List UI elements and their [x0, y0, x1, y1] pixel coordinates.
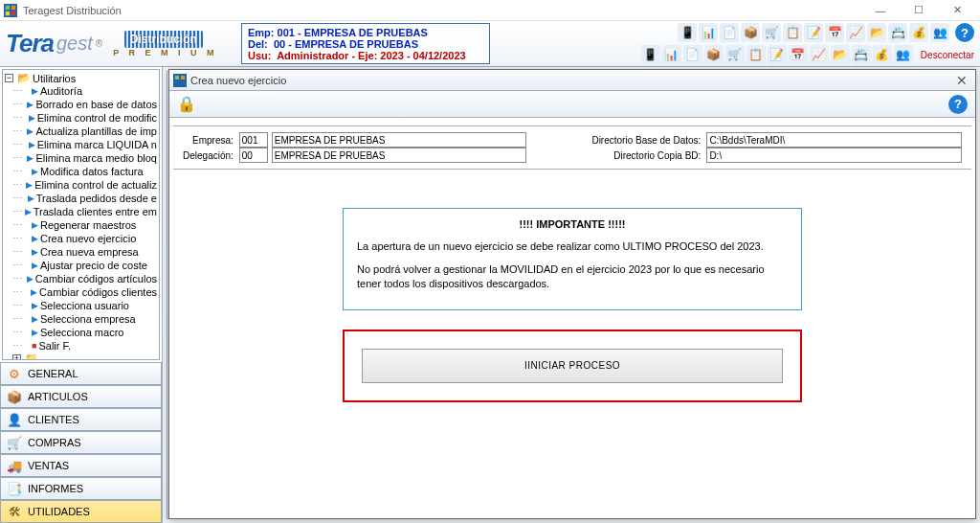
tree-item[interactable]: ⋯▶Traslada pedidos desde e [5, 192, 157, 205]
empresa-name-field[interactable]: EMPRESA DE PRUEBAS [272, 132, 527, 148]
help-icon[interactable]: ? [955, 23, 974, 42]
category-compras[interactable]: 🛒COMPRAS [0, 431, 162, 454]
modal-icon [173, 74, 187, 87]
tree-item[interactable]: ⋯■Salir F. [5, 339, 157, 352]
tree-connector: ⋯ [12, 138, 27, 151]
tree-item[interactable]: ⋯▶Crea nuevo ejercicio [5, 232, 157, 245]
play-icon: ▶ [32, 84, 38, 98]
tree-item-label: Traslada clientes entre em [33, 205, 157, 218]
play-icon: ▶ [25, 205, 32, 218]
category-informes[interactable]: 📑INFORMES [0, 477, 162, 500]
tree-item[interactable]: ⋯▶Selecciona empresa [5, 312, 157, 326]
toolbar-icon-4[interactable]: 📦 [741, 23, 760, 42]
tree-item[interactable]: ⋯▶Regenerar maestros [5, 218, 157, 232]
logo-premium: P R E M I U M [113, 48, 217, 57]
header-info-box: Emp: 001 - EMPRESA DE PRUEBAS Del: 00 - … [241, 23, 490, 64]
tree-item[interactable]: ⋯▶Cambiar códigos clientes [5, 285, 157, 299]
close-button[interactable]: ✕ [938, 1, 976, 20]
tree-item[interactable]: ⋯▶Actualiza plantillas de imp [5, 125, 157, 138]
toolbar-icon-10[interactable]: 📂 [867, 23, 886, 42]
action-wrap: IINICIAR PROCESO [343, 330, 802, 402]
tree-item[interactable]: ⋯▶Elimina marca LIQUIDA n [5, 138, 157, 151]
tree-item[interactable]: ⋯▶Selecciona usuario [5, 299, 157, 312]
tree-connector: ⋯ [12, 339, 30, 352]
toolbar-icon-b8[interactable]: 📅 [789, 45, 808, 64]
toolbar-icon-b3[interactable]: 📄 [683, 45, 702, 64]
toolbar-icon-b13[interactable]: 👥 [894, 45, 913, 64]
logo-reg: ® [96, 38, 102, 49]
tree-connector: ⋯ [12, 232, 30, 245]
tree-item[interactable]: ⋯▶Ajustar precio de coste [5, 259, 157, 272]
toolbar-icon-2[interactable]: 📊 [699, 23, 718, 42]
category-label: COMPRAS [28, 437, 81, 448]
category-label: GENERAL [28, 368, 78, 379]
tree-item-label: Salir F. [38, 339, 71, 352]
tree-item-label: Cambiar códigos clientes [39, 285, 157, 299]
maximize-button[interactable]: ☐ [900, 1, 938, 20]
toolbar-icon-b12[interactable]: 💰 [873, 45, 892, 64]
tree-item[interactable]: ⋯▶Modifica datos factura [5, 165, 157, 178]
delegacion-code-field[interactable]: 00 [239, 148, 268, 163]
toolbar-icon-5[interactable]: 🛒 [762, 23, 781, 42]
modal-close-button[interactable]: ✕ [952, 73, 971, 88]
tree-item-label: Elimina control de actualiz [34, 178, 157, 192]
tree-connector: ⋯ [12, 272, 25, 285]
tree-item[interactable]: ⋯▶Traslada clientes entre em [5, 205, 157, 218]
delegacion-name-field[interactable]: EMPRESA DE PRUEBAS [272, 148, 527, 163]
svg-rect-1 [6, 5, 10, 9]
disconnect-link[interactable]: Desconectar [921, 50, 974, 60]
toolbar-icon-1[interactable]: 📱 [678, 23, 697, 42]
category-icon: 🛠 [7, 504, 22, 519]
modal-help-icon[interactable]: ? [948, 95, 968, 114]
category-general[interactable]: ⚙GENERAL [0, 362, 162, 385]
collapse-icon[interactable]: − [5, 74, 13, 82]
iniciar-proceso-button[interactable]: IINICIAR PROCESO [362, 349, 783, 383]
toolbar-icon-b9[interactable]: 📈 [810, 45, 829, 64]
tree-item[interactable]: ⋯▶Elimina control de actualiz [5, 178, 157, 192]
dir-bd-field[interactable]: C:\Bdds\TeraMDI\ [706, 132, 962, 148]
tree-item[interactable]: ⋯▶Elimina marca medio bloq [5, 151, 157, 165]
category-articulos[interactable]: 📦ARTICULOS [0, 385, 162, 408]
toolbar-icon-12[interactable]: 💰 [909, 23, 928, 42]
empresa-code-field[interactable]: 001 [239, 132, 268, 148]
category-clientes[interactable]: 👤CLIENTES [0, 408, 162, 431]
toolbar-icon-b5[interactable]: 🛒 [725, 45, 745, 64]
tree-item[interactable]: ⋯▶Crea nueva empresa [5, 245, 157, 259]
play-icon: ▶ [29, 138, 35, 151]
category-icon: 📑 [7, 481, 22, 496]
tree-item[interactable]: ⋯▶Elimina control de modific [5, 111, 157, 125]
tree-item-label: Modifica datos factura [40, 165, 144, 178]
tree-connector: ⋯ [12, 285, 29, 299]
category-ventas[interactable]: 🚚VENTAS [0, 454, 162, 477]
toolbar-icon-8[interactable]: 📅 [825, 23, 844, 42]
toolbar-icon-b1[interactable]: 📱 [641, 45, 660, 64]
tree-item[interactable]: ⋯▶Borrado en base de datos [5, 98, 157, 111]
category-label: UTILIDADES [28, 506, 90, 517]
toolbar-icon-9[interactable]: 📈 [846, 23, 865, 42]
toolbar-icon-13[interactable]: 👥 [930, 23, 949, 42]
category-utilidades[interactable]: 🛠UTILIDADES [0, 500, 162, 523]
minimize-button[interactable]: — [861, 1, 900, 20]
tree-item[interactable]: ⋯▶Auditoría [5, 84, 157, 98]
toolbar-icon-b4[interactable]: 📦 [704, 45, 724, 64]
toolbar-icon-7[interactable]: 📝 [804, 23, 823, 42]
toolbar-icon-6[interactable]: 📋 [783, 23, 802, 42]
modal-form: Empresa: 001 EMPRESA DE PRUEBAS Director… [183, 132, 962, 163]
dir-copia-field[interactable]: D:\ [706, 148, 962, 163]
warning-box: !!!! IMPORTANTE !!!!! La apertura de un … [343, 208, 802, 310]
toolbar-icon-b11[interactable]: 📇 [852, 45, 871, 64]
folder-icon: 📁 [25, 352, 38, 360]
toolbar-icon-b6[interactable]: 📋 [746, 45, 766, 64]
expand-icon[interactable]: + [12, 354, 21, 360]
tree-item[interactable]: ⋯▶Selecciona macro [5, 326, 157, 339]
toolbar-icon-b10[interactable]: 📂 [831, 45, 850, 64]
header-toolbar: 📱 📊 📄 📦 🛒 📋 📝 📅 📈 📂 📇 💰 👥 ? 📱 📊 📄 📦 🛒 📋 … [496, 23, 974, 64]
tree-item[interactable]: ⋯▶Cambiar códigos artículos [5, 272, 157, 285]
toolbar-icon-11[interactable]: 📇 [888, 23, 907, 42]
app-icon [4, 4, 17, 17]
toolbar-icon-b7[interactable]: 📝 [768, 45, 787, 64]
tree-item-label: Selecciona macro [40, 326, 123, 339]
toolbar-icon-3[interactable]: 📄 [720, 23, 739, 42]
tree-root[interactable]: − 📂 Utilitarios [5, 72, 157, 84]
toolbar-icon-b2[interactable]: 📊 [662, 45, 681, 64]
